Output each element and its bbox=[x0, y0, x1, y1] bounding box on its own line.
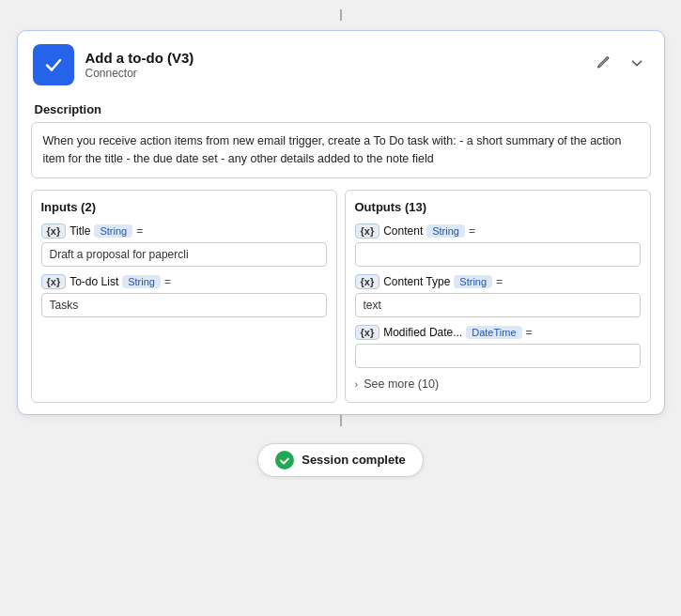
output-contenttype-type: String bbox=[454, 275, 492, 288]
input-title-tag: {x} bbox=[41, 223, 67, 239]
outputs-column: Outputs (13) {x} Content String = {x} Co… bbox=[345, 190, 651, 403]
card-title: Add a to-do (V3) bbox=[85, 50, 591, 66]
output-contenttype-value[interactable] bbox=[355, 293, 641, 317]
description-section-title: Description bbox=[18, 95, 664, 122]
input-todolist-tag-row: {x} To-do List String = bbox=[41, 274, 327, 289]
inputs-title: Inputs (2) bbox=[41, 200, 327, 214]
header-text: Add a to-do (V3) Connector bbox=[85, 50, 591, 80]
description-text: When you receive action items from new e… bbox=[31, 122, 651, 178]
input-title-name: Title bbox=[70, 224, 90, 238]
output-field-modifieddate: {x} Modified Date... DateTime = bbox=[355, 325, 641, 368]
output-modifieddate-type: DateTime bbox=[466, 326, 521, 339]
session-complete-check-icon bbox=[275, 451, 294, 470]
output-content-type: String bbox=[426, 224, 465, 238]
edit-icon[interactable] bbox=[591, 53, 615, 77]
header-actions bbox=[591, 53, 649, 77]
input-todolist-value[interactable] bbox=[41, 293, 327, 317]
input-title-eq: = bbox=[136, 224, 143, 238]
output-content-tag: {x} bbox=[355, 223, 380, 239]
output-content-eq: = bbox=[469, 224, 475, 238]
output-contenttype-tag-row: {x} Content Type String = bbox=[355, 274, 641, 289]
see-more-row[interactable]: › See more (10) bbox=[355, 377, 641, 391]
output-modifieddate-name: Modified Date... bbox=[383, 326, 462, 339]
bottom-connector-line bbox=[340, 415, 342, 426]
session-complete-bar: Session complete bbox=[257, 443, 424, 477]
input-todolist-tag: {x} bbox=[41, 274, 67, 289]
see-more-chevron-icon: › bbox=[355, 378, 359, 390]
input-title-tag-row: {x} Title String = bbox=[41, 223, 327, 239]
input-todolist-eq: = bbox=[164, 275, 171, 288]
output-field-contenttype: {x} Content Type String = bbox=[355, 274, 641, 317]
connector-card: Add a to-do (V3) Connector Description W… bbox=[17, 30, 665, 415]
output-modifieddate-tag: {x} bbox=[355, 325, 380, 340]
io-section: Inputs (2) {x} Title String = {x} To-do … bbox=[31, 190, 651, 403]
input-title-type: String bbox=[94, 224, 132, 238]
input-field-todolist: {x} To-do List String = bbox=[41, 274, 327, 317]
output-modifieddate-value[interactable] bbox=[355, 344, 641, 368]
output-content-name: Content bbox=[383, 224, 423, 238]
output-content-tag-row: {x} Content String = bbox=[355, 223, 641, 239]
session-complete-label: Session complete bbox=[302, 453, 406, 467]
collapse-icon[interactable] bbox=[625, 53, 649, 77]
output-content-value[interactable] bbox=[355, 242, 641, 267]
input-todolist-type: String bbox=[122, 275, 161, 288]
session-complete-pill: Session complete bbox=[257, 443, 424, 477]
see-more-label: See more (10) bbox=[364, 377, 439, 391]
output-modifieddate-tag-row: {x} Modified Date... DateTime = bbox=[355, 325, 641, 340]
output-contenttype-tag: {x} bbox=[355, 274, 380, 289]
input-todolist-name: To-do List bbox=[70, 275, 118, 288]
inputs-column: Inputs (2) {x} Title String = {x} To-do … bbox=[31, 190, 337, 403]
top-connector-line bbox=[340, 9, 342, 21]
svg-rect-0 bbox=[42, 54, 65, 76]
outputs-title: Outputs (13) bbox=[355, 200, 641, 214]
connector-icon bbox=[33, 44, 74, 85]
input-title-value[interactable] bbox=[41, 242, 327, 267]
input-field-title: {x} Title String = bbox=[41, 223, 327, 267]
output-contenttype-eq: = bbox=[496, 275, 503, 288]
card-header: Add a to-do (V3) Connector bbox=[18, 31, 664, 95]
output-field-content: {x} Content String = bbox=[355, 223, 641, 267]
output-modifieddate-eq: = bbox=[526, 326, 533, 339]
card-subtitle: Connector bbox=[85, 67, 591, 80]
output-contenttype-name: Content Type bbox=[383, 275, 450, 288]
